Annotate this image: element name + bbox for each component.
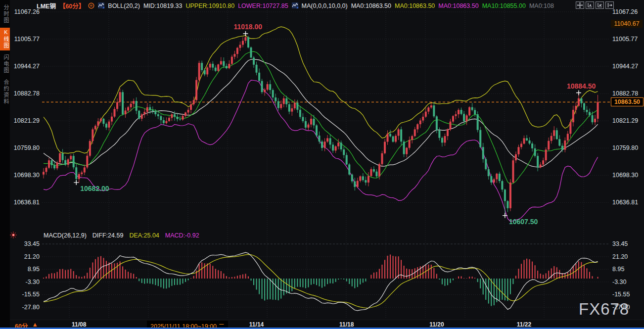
high-price-annotation: 11018.00 [233, 23, 262, 31]
price-tick-label-right: 10944.27 [612, 63, 642, 70]
ma-value-2: MA0:10863.50 [395, 2, 435, 9]
date-tick-label: 11/14 [241, 321, 273, 328]
price-tick-label-right: 10759.80 [612, 144, 642, 151]
time-axis-bar [10, 320, 644, 328]
macd-tick-label-left: 21.20 [12, 253, 40, 260]
high-cross-marker [576, 91, 581, 95]
ma10-value: MA10:10855.00 [482, 2, 526, 9]
macd-tick-label-right: 21.20 [612, 253, 642, 260]
low-price-annotation: 10682.00 [80, 185, 109, 192]
low-cross-marker [74, 180, 79, 185]
boll-upper-line [44, 27, 598, 153]
ma-value-3: MA0:10863.50 [438, 2, 478, 9]
price-tick-label-right: 11067.26 [612, 8, 642, 15]
price-tick-label-left: 10759.80 [12, 144, 40, 151]
low-cross-marker [503, 213, 507, 218]
date-tick-label: 11/08 [63, 321, 95, 328]
ma-value-1: MA0:10863.50 [351, 2, 391, 9]
macd-tick-label-left: -27.80 [12, 304, 40, 311]
boll-mid-value: MID:10819.33 [143, 2, 183, 9]
price-tick-label-right: 10882.78 [612, 90, 642, 97]
indicator-chart-icon[interactable] [98, 2, 104, 10]
macd-tick-label-right: -15.55 [612, 291, 642, 298]
macd-tick-label-right: 33.45 [612, 240, 642, 247]
sidebar-tab-contract-info[interactable]: 合约资料 [0, 78, 10, 106]
macd-hist-value: MACD:-0.92 [165, 232, 199, 239]
sidebar-tab-timeshare[interactable]: 分时图 [0, 3, 10, 25]
ma-name[interactable]: MA(0,0,0,10,0,0) [302, 2, 348, 9]
alert-price-label: 11040.67 [611, 20, 643, 28]
macd-tick-label-left: 33.45 [12, 240, 40, 247]
price-tick-label-right: 10821.29 [612, 117, 642, 124]
price-tick-label-left: 10636.81 [12, 199, 40, 206]
settings-circle-icon[interactable] [88, 2, 94, 10]
boll-lower-value: LOWER:10727.85 [238, 2, 288, 9]
indicator-marker-icon[interactable] [10, 232, 17, 240]
boll-name[interactable]: BOLL(20,2) [108, 2, 140, 9]
price-tick-label-left: 10882.78 [12, 90, 40, 97]
ma10-line-layer [44, 51, 598, 185]
axis-zoom-out-icon[interactable] [596, 1, 604, 9]
symbol-label: LME铜 [37, 1, 56, 10]
price-tick-label-left: 11005.77 [12, 36, 40, 43]
macd-header: MACD(26,12,9) DIFF:24.59 DEA:25.04 MACD:… [44, 232, 199, 239]
price-tick-label-left: 10698.30 [12, 172, 40, 179]
indicator-chart-icon[interactable] [292, 2, 298, 10]
crosshair-move-icon[interactable] [576, 1, 584, 9]
pan-right-icon[interactable] [605, 1, 614, 9]
axis-zoom-in-icon[interactable] [586, 1, 594, 9]
macd-tick-label-right: -3.30 [612, 279, 642, 285]
sidebar-tab-lightning[interactable]: 闪电图 [0, 53, 10, 75]
kline-chart-canvas[interactable] [0, 0, 644, 329]
trading-terminal-window: 分时图 K线图 闪电图 合约资料 LME铜 【60分】 BOLL(20,2) M… [0, 0, 644, 329]
price-tick-label-right: 10636.81 [612, 199, 642, 206]
macd-tick-label-right: 8.95 [612, 266, 642, 273]
price-tick-label-left: 10821.29 [12, 117, 40, 124]
chart-toolbar [576, 1, 614, 9]
boll-lower-line-layer [44, 80, 598, 221]
price-tick-label-left: 11067.26 [12, 8, 40, 15]
price-tick-label-right: 11005.77 [612, 36, 642, 43]
last-price-box: 10863.50 [611, 97, 644, 106]
date-tick-label: 11/20 [421, 321, 453, 328]
boll-upper-value: UPPER:10910.80 [185, 2, 234, 9]
sidebar-tab-kline[interactable]: K线图 [0, 28, 10, 50]
macd-diff-value: DIFF:24.59 [92, 232, 124, 239]
macd-histogram [44, 254, 598, 306]
macd-title[interactable]: MACD(26,12,9) [44, 232, 87, 239]
chart-type-sidebar: 分时图 K线图 闪电图 合约资料 [0, 0, 10, 329]
indicator-header: LME铜 【60分】 BOLL(20,2) MID:10819.33 UPPER… [37, 1, 554, 10]
macd-dea-value: DEA:25.04 [129, 232, 159, 239]
high-price-annotation: 10884.50 [567, 82, 596, 90]
ma10-line [44, 51, 598, 185]
watermark: FX678 [579, 300, 629, 319]
ma-value-truncated: MA0:108 [529, 2, 554, 9]
low-price-annotation: 10607.50 [509, 218, 538, 226]
date-tick-label: 11/22 [508, 321, 540, 328]
price-tick-label-right: 10698.30 [612, 172, 642, 179]
last-price-line [42, 97, 641, 102]
macd-tick-label-left: -15.55 [12, 291, 40, 298]
high-cross-marker [243, 31, 248, 36]
dea-line [44, 254, 598, 308]
boll-upper-line-layer [44, 27, 598, 153]
dea-line-layer [44, 254, 598, 308]
macd-tick-label-left: 8.95 [12, 266, 40, 273]
period-label[interactable]: 【60分】 [59, 1, 85, 10]
boll-lower-line [44, 80, 598, 221]
macd-tick-label-left: -3.30 [12, 279, 40, 285]
price-tick-label-left: 10944.27 [12, 63, 40, 70]
date-tick-label: 11/18 [331, 321, 363, 328]
